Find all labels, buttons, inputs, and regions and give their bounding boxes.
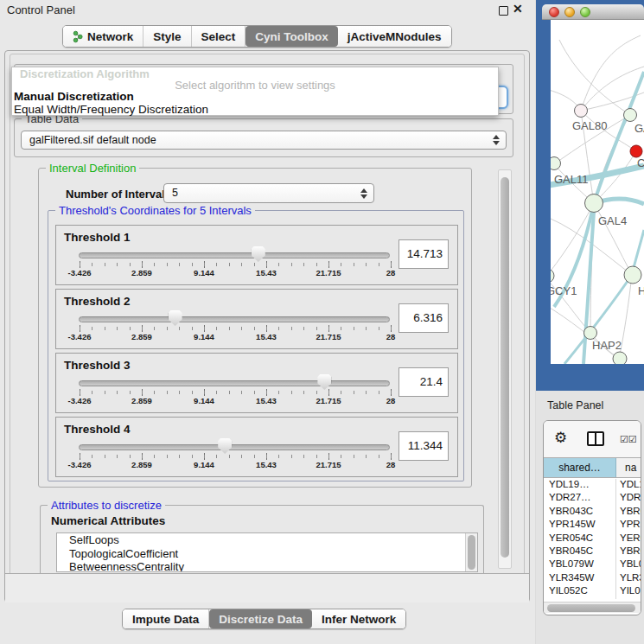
- attributes-list-scrollbar[interactable]: [465, 533, 477, 571]
- threshold-label: Threshold 2: [64, 295, 131, 308]
- cell-name[interactable]: YIL0: [616, 585, 641, 598]
- cell-name[interactable]: YDR2: [616, 492, 641, 505]
- scale-tick-label: 21.715: [316, 268, 341, 277]
- cell-shared-name[interactable]: YER054C: [544, 532, 616, 545]
- cell-name[interactable]: YBL0: [616, 558, 641, 571]
- table-row[interactable]: YER054CYER0: [544, 532, 641, 545]
- gear-icon[interactable]: ⚙: [554, 429, 567, 447]
- horizontal-scrollbar[interactable]: [544, 602, 641, 613]
- table-data-combobox[interactable]: galFiltered.sif default node: [21, 131, 507, 150]
- tab-style[interactable]: Style: [143, 26, 191, 47]
- cell-shared-name[interactable]: YDR27…: [544, 492, 616, 505]
- attribute-item[interactable]: BetweennessCentrality: [57, 560, 477, 572]
- float-icon[interactable]: [499, 6, 508, 16]
- cell-name[interactable]: YPR1: [616, 519, 641, 532]
- node-partial-mid-right: [624, 266, 641, 284]
- scale-tick-label: 15.43: [256, 460, 277, 469]
- threshold-slider-thumb[interactable]: [252, 246, 265, 262]
- minimize-traffic-light-icon[interactable]: [564, 7, 575, 17]
- slider-minor-ticks: [80, 455, 392, 458]
- cell-name[interactable]: YBR0: [616, 545, 641, 558]
- scale-tick-label: -3.426: [68, 268, 92, 277]
- tab-cyni-toolbox[interactable]: Cyni Toolbox: [245, 26, 338, 47]
- cell-shared-name[interactable]: YBR043C: [544, 506, 616, 519]
- threshold-slider-track[interactable]: [79, 316, 390, 322]
- scale-tick-label: 9.144: [194, 460, 214, 469]
- cell-name[interactable]: YER0: [616, 532, 641, 545]
- network-window-titlebar[interactable]: [542, 4, 644, 20]
- scale-tick-label: 15.43: [256, 396, 277, 405]
- table-row[interactable]: YBR045CYBR0: [544, 545, 641, 558]
- table-row[interactable]: YBR043CYBR0: [544, 506, 641, 519]
- scale-tick-label: 2.859: [131, 268, 152, 277]
- tab-jactivemnodules[interactable]: jActiveMNodules: [338, 26, 451, 47]
- tab-discretize-data[interactable]: Discretize Data: [209, 609, 312, 628]
- numerical-attributes-list[interactable]: SelfLoopsTopologicalCoefficientBetweenne…: [56, 532, 478, 572]
- threshold-slider-track[interactable]: [79, 444, 390, 450]
- threshold-value-field[interactable]: 11.344: [399, 431, 449, 461]
- cell-shared-name[interactable]: YLR345W: [544, 572, 616, 585]
- horizontal-scrollbar-thumb[interactable]: [547, 604, 635, 612]
- slider-minor-ticks: [80, 263, 392, 266]
- cell-name[interactable]: YLR3: [616, 572, 641, 585]
- number-of-intervals-label: Number of Intervals: [66, 188, 171, 201]
- cell-shared-name[interactable]: YBL079W: [544, 558, 616, 571]
- vertical-scrollbar[interactable]: [498, 169, 512, 569]
- attributes-group: Attributes to discretize Numerical Attri…: [40, 505, 484, 583]
- tab-select[interactable]: Select: [192, 26, 246, 47]
- attribute-item[interactable]: SelfLoops: [57, 533, 477, 547]
- threshold-value-field[interactable]: 6.316: [399, 303, 449, 333]
- threshold-value-field[interactable]: 14.713: [399, 239, 449, 269]
- table-row[interactable]: YPR145WYPR1: [544, 519, 641, 532]
- zoom-traffic-light-icon[interactable]: [580, 7, 590, 17]
- tab-network[interactable]: Network: [63, 26, 143, 47]
- scale-tick-label: 9.144: [194, 332, 214, 341]
- cell-shared-name[interactable]: YDL19…: [544, 479, 616, 492]
- threshold-slider-thumb[interactable]: [317, 374, 331, 390]
- attributes-group-title: Attributes to discretize: [48, 499, 165, 512]
- threshold-slider-thumb[interactable]: [169, 310, 182, 326]
- dropdown-option-manual-discretization[interactable]: Manual Discretization: [14, 90, 134, 103]
- numerical-attributes-label: Numerical Attributes: [51, 514, 165, 527]
- combo-arrows-icon: [493, 135, 500, 145]
- network-window-frame: GAL80 GA C GAL11 GAL4 GCY1 H HAP2: [536, 0, 644, 391]
- table-row[interactable]: YIL052CYIL0: [544, 585, 641, 598]
- close-traffic-light-icon[interactable]: [549, 7, 559, 17]
- threshold-slider-thumb[interactable]: [218, 438, 232, 454]
- dropdown-option-equal-width-frequency[interactable]: Equal Width/Frequency Discretization: [14, 103, 208, 116]
- node-gal80: [575, 105, 588, 118]
- table-row[interactable]: YDR27…YDR2: [544, 492, 641, 505]
- network-view-canvas[interactable]: GAL80 GA C GAL11 GAL4 GCY1 H HAP2: [551, 20, 644, 364]
- cell-name[interactable]: YDL1: [616, 479, 641, 492]
- tab-impute-data[interactable]: Impute Data: [123, 609, 209, 628]
- threshold-slider-track[interactable]: [79, 380, 390, 386]
- number-of-intervals-spinner[interactable]: 5: [163, 183, 374, 203]
- attribute-item[interactable]: TopologicalCoefficient: [57, 547, 477, 561]
- node-label-gcy1: GCY1: [551, 284, 577, 297]
- close-icon[interactable]: ✕: [513, 2, 523, 16]
- column-header-shared-name[interactable]: shared…: [544, 458, 616, 477]
- table-toolbar: ⚙ ☑☑: [544, 421, 641, 457]
- threshold-value-field[interactable]: 21.4: [399, 367, 449, 397]
- checkbox-columns-icon[interactable]: ☑☑: [620, 434, 637, 445]
- scale-tick-label: 28: [386, 332, 396, 341]
- table-row[interactable]: YBL079WYBL0: [544, 558, 641, 571]
- cell-name[interactable]: YBR0: [616, 506, 641, 519]
- interval-definition-title: Interval Definition: [46, 162, 139, 175]
- attributes-scrollbar-thumb[interactable]: [468, 535, 475, 570]
- split-panel-icon[interactable]: [587, 431, 604, 446]
- threshold-slider-track[interactable]: [79, 252, 390, 258]
- vertical-scrollbar-thumb[interactable]: [501, 177, 509, 558]
- slider-scale-labels: -3.4262.8599.14415.4321.71528: [56, 332, 457, 342]
- column-header-name[interactable]: na: [616, 458, 641, 477]
- node-label-gal80: GAL80: [572, 119, 607, 132]
- cell-shared-name[interactable]: YBR045C: [544, 545, 616, 558]
- tab-infer-network[interactable]: Infer Network: [312, 609, 405, 628]
- node-label-partial-mid-right: H: [638, 284, 644, 297]
- control-panel: Control Panel ✕ Network Style Select Cyn…: [0, 0, 535, 644]
- node-label-gal4: GAL4: [598, 214, 627, 227]
- table-row[interactable]: YDL19…YDL1: [544, 479, 641, 492]
- cell-shared-name[interactable]: YIL052C: [544, 585, 616, 598]
- table-row[interactable]: YLR345WYLR3: [544, 572, 641, 585]
- cell-shared-name[interactable]: YPR145W: [544, 519, 616, 532]
